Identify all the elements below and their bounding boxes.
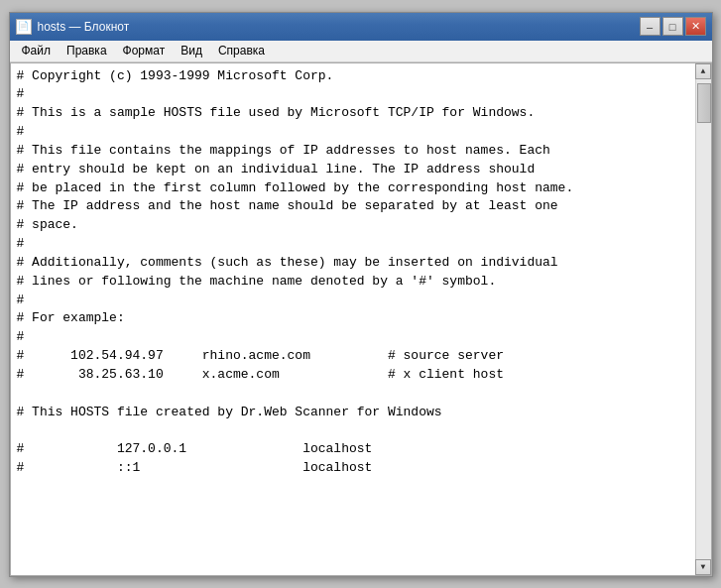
text-editor[interactable] <box>11 63 695 575</box>
menu-edit[interactable]: Правка <box>59 42 115 59</box>
notepad-window: 📄 hosts — Блокнот – □ ✕ Файл Правка Форм… <box>9 12 713 577</box>
scroll-down-button[interactable]: ▼ <box>695 559 711 575</box>
scroll-thumb[interactable] <box>697 83 711 123</box>
menu-help[interactable]: Справка <box>210 42 273 59</box>
title-bar: 📄 hosts — Блокнот – □ ✕ <box>10 13 712 41</box>
menu-file[interactable]: Файл <box>14 42 60 59</box>
scroll-track[interactable] <box>696 79 711 559</box>
title-buttons: – □ ✕ <box>640 17 706 36</box>
app-icon: 📄 <box>16 19 32 35</box>
window-title: hosts — Блокнот <box>38 20 130 34</box>
menu-format[interactable]: Формат <box>115 42 174 59</box>
close-button[interactable]: ✕ <box>685 17 706 36</box>
title-bar-left: 📄 hosts — Блокнот <box>16 19 130 35</box>
editor-area: ▲ ▼ <box>10 62 712 576</box>
menu-bar: Файл Правка Формат Вид Справка <box>10 41 712 62</box>
maximize-button[interactable]: □ <box>662 17 683 36</box>
scroll-up-button[interactable]: ▲ <box>695 63 711 79</box>
vertical-scrollbar: ▲ ▼ <box>695 63 711 575</box>
menu-view[interactable]: Вид <box>173 42 210 59</box>
minimize-button[interactable]: – <box>640 17 661 36</box>
